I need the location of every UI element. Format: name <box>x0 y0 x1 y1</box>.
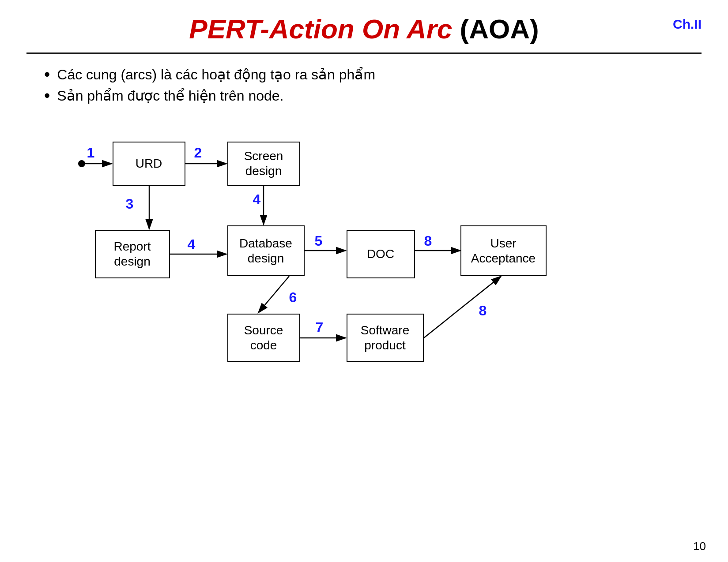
bullet-dot-1: • <box>44 66 50 83</box>
slide-header: PERT-Action On Arc (AOA) Ch.II <box>26 13 702 54</box>
bullet-text-2: Sản phẩm được thể hiện trên node. <box>57 87 283 104</box>
box-user-acceptance: UserAcceptance <box>460 225 547 276</box>
bullet-dot-2: • <box>44 87 50 104</box>
page-number: 10 <box>693 540 706 553</box>
bullet-text-1: Các cung (arcs) là các hoạt động tạo ra … <box>57 66 375 83</box>
svg-line-9 <box>258 276 289 313</box>
arc-num-8a: 8 <box>424 233 432 249</box>
svg-line-12 <box>424 276 501 338</box>
box-source-code: Sourcecode <box>227 314 300 362</box>
box-doc: DOC <box>347 230 415 278</box>
slide: PERT-Action On Arc (AOA) Ch.II • Các cun… <box>0 0 728 562</box>
arc-num-3: 3 <box>126 196 134 212</box>
box-screen-design: Screendesign <box>227 142 300 186</box>
bullet-item-2: • Sản phẩm được thể hiện trên node. <box>44 87 702 104</box>
title-black: (AOA) <box>452 14 539 44</box>
arc-num-7: 7 <box>316 319 324 336</box>
box-urd: URD <box>113 142 185 186</box>
arc-num-5: 5 <box>315 233 323 249</box>
slide-title: PERT-Action On Arc (AOA) <box>26 13 702 45</box>
arc-num-2: 2 <box>194 145 202 161</box>
box-report-design: Reportdesign <box>95 230 170 278</box>
pert-diagram: 1 2 3 4 4 5 6 7 8 8 URD Screendesign Rep… <box>55 117 673 417</box>
arc-num-6: 6 <box>289 289 297 306</box>
chapter-label: Ch.II <box>673 17 702 32</box>
box-database-design: Databasedesign <box>227 225 305 276</box>
title-italic: PERT-Action On Arc <box>189 14 452 44</box>
svg-point-2 <box>78 160 85 167</box>
arc-num-4b: 4 <box>188 236 196 253</box>
box-software-product: Softwareproduct <box>347 314 424 362</box>
bullet-list: • Các cung (arcs) là các hoạt động tạo r… <box>44 66 702 104</box>
arc-num-4a: 4 <box>253 191 261 208</box>
bullet-item-1: • Các cung (arcs) là các hoạt động tạo r… <box>44 66 702 83</box>
arc-num-8b: 8 <box>479 303 487 319</box>
arc-num-1: 1 <box>87 145 95 161</box>
